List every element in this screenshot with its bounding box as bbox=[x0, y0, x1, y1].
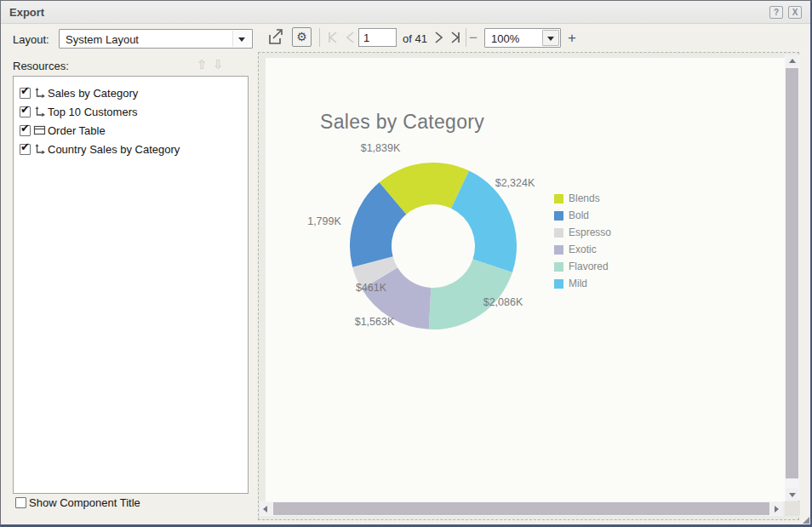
preview-toolbar: ⚙ of 41 − 100% bbox=[256, 24, 810, 51]
zoom-out-button[interactable]: − bbox=[469, 30, 477, 47]
table-icon bbox=[33, 124, 47, 136]
legend-label: Exotic bbox=[569, 243, 597, 255]
triangle-up-icon bbox=[789, 59, 796, 63]
legend-label: Mild bbox=[569, 278, 587, 289]
slice-value-label: $2,086K bbox=[483, 296, 523, 308]
zoom-level-select[interactable]: 100% bbox=[484, 28, 561, 48]
slice-value-label: $461K bbox=[356, 282, 387, 294]
toolbar-separator bbox=[319, 28, 320, 47]
chart-legend: BlendsBoldEspressoExoticFlavoredMild bbox=[554, 190, 611, 292]
zoom-in-button[interactable]: + bbox=[568, 30, 576, 47]
triangle-down-icon bbox=[789, 493, 796, 497]
legend-item: Flavored bbox=[554, 258, 611, 275]
preview-area: Sales by Category $1,839K$2,324K$2,086K$… bbox=[258, 52, 799, 520]
close-button[interactable]: X bbox=[788, 6, 802, 19]
zoom-level-value: 100% bbox=[491, 32, 519, 45]
zoom-select-arrow-button[interactable] bbox=[542, 30, 559, 46]
slice-value-label: $1,839K bbox=[361, 142, 401, 154]
resource-checkbox[interactable]: ✔ bbox=[20, 88, 31, 99]
scroll-right-button[interactable] bbox=[770, 502, 783, 515]
legend-swatch bbox=[554, 194, 563, 203]
last-page-button[interactable] bbox=[449, 31, 462, 44]
legend-item: Bold bbox=[554, 207, 611, 224]
resource-label: Top 10 Customers bbox=[48, 106, 138, 118]
legend-item: Mild bbox=[554, 275, 611, 292]
resource-label: Country Sales by Category bbox=[48, 143, 180, 156]
layout-label: Layout: bbox=[13, 33, 49, 46]
resize-grip[interactable] bbox=[803, 517, 809, 524]
layout-select-arrow-button[interactable] bbox=[232, 31, 251, 47]
legend-label: Blends bbox=[569, 192, 600, 204]
legend-label: Flavored bbox=[569, 261, 609, 272]
resource-item[interactable]: ✔Country Sales by Category bbox=[14, 140, 248, 158]
resource-checkbox[interactable]: ✔ bbox=[20, 106, 31, 117]
title-bar: Export ? X bbox=[1, 1, 810, 24]
show-component-title-row[interactable]: Show Component Title bbox=[15, 496, 140, 509]
layout-select[interactable]: System Layout bbox=[59, 29, 253, 49]
check-icon: ✔ bbox=[20, 123, 30, 134]
previous-page-button[interactable] bbox=[344, 31, 357, 44]
vertical-scroll-thumb[interactable] bbox=[786, 68, 798, 478]
help-button[interactable]: ? bbox=[769, 6, 783, 19]
page-count-label: of 41 bbox=[403, 32, 427, 45]
donut-slice-flavored[interactable] bbox=[429, 260, 512, 329]
legend-item: Espresso bbox=[554, 224, 611, 241]
next-page-icon bbox=[432, 31, 445, 44]
chart-icon bbox=[33, 87, 47, 99]
first-page-icon bbox=[326, 31, 340, 44]
last-page-icon bbox=[449, 31, 462, 44]
resource-label: Sales by Category bbox=[48, 87, 138, 100]
export-dialog: Export ? X Layout: System Layout Resourc… bbox=[0, 0, 812, 527]
toolbar-separator bbox=[466, 28, 466, 47]
legend-item: Exotic bbox=[554, 241, 611, 258]
chevron-down-icon bbox=[547, 37, 554, 41]
resource-checkbox[interactable]: ✔ bbox=[20, 144, 31, 155]
horizontal-scroll-thumb[interactable] bbox=[273, 502, 769, 515]
legend-label: Bold bbox=[569, 209, 589, 221]
resources-list: ✔Sales by Category✔Top 10 Customers✔Orde… bbox=[13, 76, 249, 494]
check-icon: ✔ bbox=[20, 104, 30, 115]
show-component-title-label: Show Component Title bbox=[29, 496, 140, 509]
slice-value-label: $1,563K bbox=[355, 316, 395, 328]
move-up-icon[interactable]: ⇧ bbox=[197, 57, 208, 72]
triangle-right-icon bbox=[775, 506, 779, 513]
resource-item[interactable]: ✔Sales by Category bbox=[14, 83, 248, 102]
chart-icon bbox=[33, 143, 47, 155]
slice-value-label: 1,799K bbox=[307, 215, 341, 227]
first-page-button[interactable] bbox=[326, 31, 340, 44]
scroll-left-button[interactable] bbox=[260, 502, 272, 515]
page-number-input[interactable] bbox=[358, 28, 397, 47]
horizontal-scrollbar[interactable] bbox=[260, 501, 783, 516]
legend-swatch bbox=[554, 228, 563, 238]
vertical-scrollbar[interactable] bbox=[785, 54, 799, 501]
chart-icon bbox=[33, 106, 47, 117]
slice-value-label: $2,324K bbox=[495, 177, 535, 189]
donut-chart: $1,839K$2,324K$2,086K$1,563K$461K1,799K bbox=[266, 58, 785, 501]
scroll-up-button[interactable] bbox=[786, 54, 798, 67]
next-page-button[interactable] bbox=[432, 31, 445, 44]
resource-item[interactable]: ✔Top 10 Customers bbox=[14, 102, 248, 121]
resource-checkbox[interactable]: ✔ bbox=[20, 125, 31, 136]
legend-label: Espresso bbox=[569, 226, 611, 238]
legend-swatch bbox=[554, 211, 563, 221]
triangle-left-icon bbox=[263, 506, 267, 513]
scroll-down-button[interactable] bbox=[786, 488, 798, 501]
previous-page-icon bbox=[344, 31, 357, 44]
settings-button[interactable]: ⚙ bbox=[292, 27, 312, 47]
resource-item[interactable]: ✔Order Table bbox=[14, 121, 248, 140]
export-button[interactable] bbox=[266, 27, 286, 50]
check-icon: ✔ bbox=[20, 85, 30, 96]
report-page: Sales by Category $1,839K$2,324K$2,086K$… bbox=[266, 58, 785, 501]
legend-swatch bbox=[554, 245, 563, 255]
gear-icon: ⚙ bbox=[296, 30, 307, 43]
legend-item: Blends bbox=[554, 190, 611, 207]
chevron-down-icon bbox=[238, 37, 245, 42]
check-icon: ✔ bbox=[20, 141, 30, 152]
show-component-title-checkbox[interactable] bbox=[15, 497, 26, 508]
export-icon bbox=[266, 27, 286, 47]
resource-label: Order Table bbox=[48, 124, 106, 137]
layout-select-value: System Layout bbox=[66, 33, 139, 46]
legend-swatch bbox=[554, 262, 563, 272]
move-down-icon[interactable]: ⇩ bbox=[213, 57, 224, 72]
scrollbar-corner bbox=[785, 501, 800, 516]
